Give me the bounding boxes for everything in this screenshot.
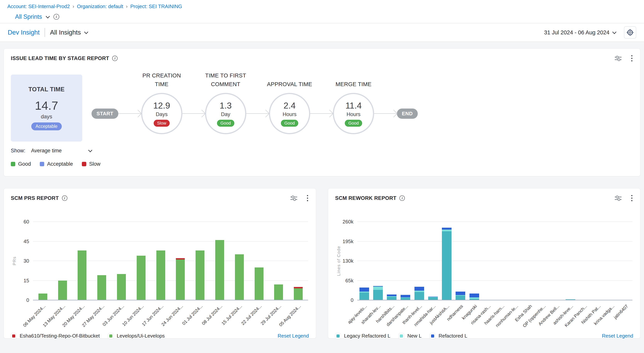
card-title: ISSUE LEAD TIME BY STAGE REPORT xyxy=(11,56,109,62)
bar[interactable] xyxy=(442,228,452,300)
breadcrumb-organization[interactable]: Organization: default xyxy=(77,4,123,10)
bar[interactable] xyxy=(196,250,204,300)
flow-arrow xyxy=(182,113,205,114)
bar[interactable] xyxy=(373,286,383,300)
scm-prs-chart: PRs 01530456006 May 2024...13 May 2024..… xyxy=(33,222,308,300)
info-icon[interactable]: i xyxy=(62,196,67,201)
scm-prs-legend: Esha610/Testing-Repo-Of-BitbucketLevelop… xyxy=(4,333,316,344)
bar-segment xyxy=(414,292,424,300)
legend-items: Legacy Refactored LNew LRefactored L xyxy=(335,333,467,339)
lead-time-legend: GoodAcceptableSlow xyxy=(4,161,640,167)
y-tick-label: 0 xyxy=(26,297,29,303)
bar-segment xyxy=(38,294,47,300)
legend-item[interactable]: New L xyxy=(398,333,422,339)
filter-sliders-icon[interactable] xyxy=(615,195,622,201)
bar[interactable] xyxy=(400,295,410,300)
stage-value: 2.4 xyxy=(284,100,296,111)
show-dropdown[interactable]: Average time xyxy=(31,148,62,154)
bar[interactable] xyxy=(176,258,185,300)
sprint-selector[interactable]: All Sprints i xyxy=(0,13,644,20)
stage-value: 12.9 xyxy=(153,100,170,111)
gridline xyxy=(33,261,308,261)
chevron-down-icon[interactable] xyxy=(612,30,616,34)
lead-time-flow: START PR CREATION TIME 12.9 Days Slow TI… xyxy=(92,93,418,142)
gridline xyxy=(33,241,308,242)
bar-segment xyxy=(274,284,283,300)
kebab-menu-icon[interactable] xyxy=(306,194,309,202)
bar[interactable] xyxy=(255,268,264,300)
kebab-menu-icon[interactable] xyxy=(630,54,633,62)
info-icon[interactable]: i xyxy=(54,14,59,20)
bar-segment xyxy=(360,292,369,300)
bar[interactable] xyxy=(215,240,224,300)
bar[interactable] xyxy=(235,254,244,300)
stage-merge-time[interactable]: MERGE TIME 11.4 Hours Good xyxy=(333,93,374,134)
stage-label: TIME TO FIRST COMMENT xyxy=(200,71,252,89)
legend-label: Esha610/Testing-Repo-Of-Bitbucket xyxy=(20,333,100,339)
sprint-selector-label[interactable]: All Sprints xyxy=(15,13,42,20)
scm-rework-legend: Legacy Refactored LNew LRefactored L Res… xyxy=(328,333,640,344)
stage-unit: Hours xyxy=(282,112,296,118)
info-icon[interactable]: i xyxy=(112,56,118,61)
breadcrumb-project[interactable]: Project: SEI TRAINING xyxy=(130,4,182,10)
bar[interactable] xyxy=(414,287,424,300)
bar[interactable] xyxy=(360,288,369,300)
gridline xyxy=(357,280,632,281)
bar[interactable] xyxy=(38,294,47,300)
bar[interactable] xyxy=(137,256,146,300)
bar[interactable] xyxy=(294,287,303,300)
insights-dropdown-label[interactable]: All Insights xyxy=(50,29,81,36)
insights-dropdown[interactable]: All Insights xyxy=(50,29,88,36)
bar[interactable] xyxy=(58,280,67,300)
chevron-down-icon[interactable] xyxy=(88,148,92,152)
breadcrumb-account[interactable]: Account: SEI-Internal-Prod2 xyxy=(7,4,70,10)
status-badge: Good xyxy=(281,120,298,127)
bar[interactable] xyxy=(387,294,396,300)
legend-swatch xyxy=(11,162,15,166)
stage-value: 1.3 xyxy=(220,100,232,111)
chevron-down-icon[interactable] xyxy=(46,14,50,18)
legend-item[interactable]: Esha610/Testing-Repo-Of-Bitbucket xyxy=(11,333,100,339)
bar-segment xyxy=(414,287,424,291)
y-axis-title: Lines of Code xyxy=(336,246,341,276)
y-tick-label: 195k xyxy=(343,238,354,244)
status-badge: Slow xyxy=(154,120,170,127)
bar[interactable] xyxy=(274,284,283,300)
bar[interactable] xyxy=(470,294,479,300)
filter-sliders-icon[interactable] xyxy=(615,56,622,61)
legend-items: Esha610/Testing-Repo-Of-BitbucketLevelop… xyxy=(11,333,165,339)
chevron-down-icon[interactable] xyxy=(84,30,88,34)
gridline xyxy=(33,280,308,281)
filter-sliders-icon[interactable] xyxy=(290,195,297,201)
bar[interactable] xyxy=(156,250,165,300)
issue-lead-time-card: ISSUE LEAD TIME BY STAGE REPORT i TOTAL … xyxy=(4,48,640,176)
bar[interactable] xyxy=(117,274,126,300)
legend-item[interactable]: Legacy Refactored L xyxy=(335,333,390,339)
stage-time-to-first-comment[interactable]: TIME TO FIRST COMMENT 1.3 Day Good xyxy=(205,93,246,134)
scm-rework-report-card: SCM REWORK REPORT i Lines of Code 065 xyxy=(328,188,640,338)
date-range-label[interactable]: 31 Jul 2024 - 06 Aug 2024 xyxy=(544,29,610,36)
insight-header: Dev Insight All Insights 31 Jul 2024 - 0… xyxy=(0,23,644,42)
info-icon[interactable]: i xyxy=(400,196,405,201)
bar[interactable] xyxy=(428,296,438,300)
reset-legend-link[interactable]: Reset Legend xyxy=(602,333,633,339)
settings-button[interactable] xyxy=(624,26,636,38)
total-time-label: TOTAL TIME xyxy=(28,86,65,93)
reset-legend-link[interactable]: Reset Legend xyxy=(278,333,309,339)
y-tick-label: 30 xyxy=(24,258,29,264)
stage-approval-time[interactable]: APPROVAL TIME 2.4 Hours Good xyxy=(269,93,310,134)
legend-item[interactable]: Refactored L xyxy=(430,333,467,339)
bar-segment xyxy=(456,296,465,300)
stage-pr-creation-time[interactable]: PR CREATION TIME 12.9 Days Slow xyxy=(141,93,182,134)
legend-item[interactable]: Levelops/Ui-Levelops xyxy=(108,333,165,339)
bar[interactable] xyxy=(456,292,465,300)
kebab-menu-icon[interactable] xyxy=(630,194,633,202)
scm-rework-chart: Lines of Code 065k130k195k260kajay-level… xyxy=(357,222,632,300)
bar-segment xyxy=(97,275,106,300)
bar-segment xyxy=(294,287,303,288)
date-range-picker[interactable]: 31 Jul 2024 - 06 Aug 2024 xyxy=(544,29,616,36)
bar[interactable] xyxy=(78,250,86,300)
insight-name[interactable]: Dev Insight xyxy=(8,29,40,36)
bar-segment xyxy=(235,254,244,300)
bar[interactable] xyxy=(97,275,106,300)
